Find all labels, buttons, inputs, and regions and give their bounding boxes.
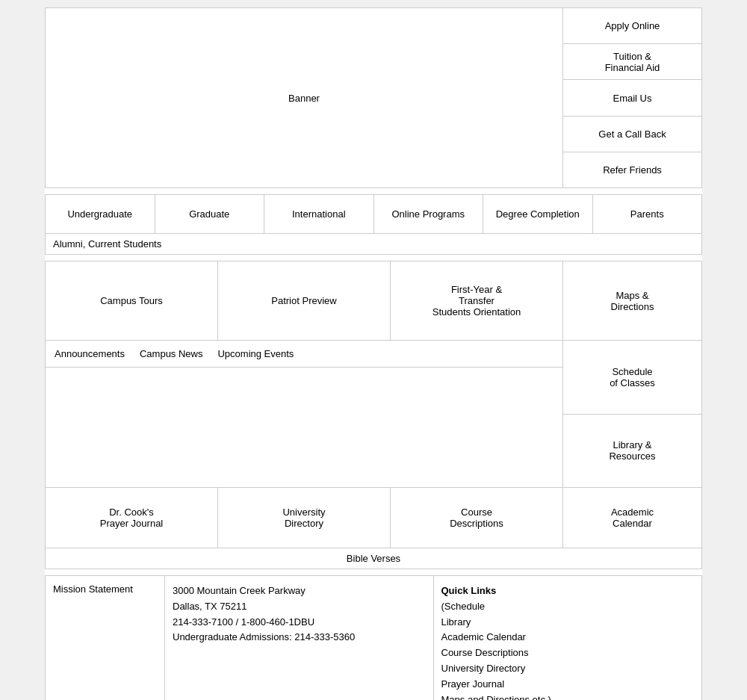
cell-schedule-of-classes[interactable]: Scheduleof Classes xyxy=(563,341,701,415)
main-row1: Campus Tours Patriot Preview First-Year … xyxy=(46,261,701,341)
footer-mission: Mission Statement xyxy=(46,576,165,700)
campus-news-link[interactable]: Campus News xyxy=(140,348,203,359)
bible-verses: Bible Verses xyxy=(46,548,701,569)
cell-library-resources[interactable]: Library &Resources xyxy=(563,415,701,488)
footer-quicklinks: Quick Links (Schedule Library Academic C… xyxy=(434,576,702,700)
cell-prayer-journal[interactable]: Dr. Cook'sPrayer Journal xyxy=(46,488,218,548)
address-line-3: 214-333-7100 / 1-800-460-1DBU xyxy=(173,615,426,631)
banner-label: Banner xyxy=(288,93,320,104)
quicklink-3[interactable]: Academic Calendar xyxy=(441,630,695,645)
banner-area: Banner xyxy=(46,8,563,188)
announcements-content xyxy=(46,368,562,487)
quicklinks-title: Quick Links xyxy=(441,583,695,599)
tab-undergraduate[interactable]: Undergraduate xyxy=(46,195,155,233)
tab-graduate[interactable]: Graduate xyxy=(155,195,265,233)
address-line-2: Dallas, TX 75211 xyxy=(173,599,426,615)
quicklink-6[interactable]: Prayer Journal xyxy=(441,677,695,693)
tab-international[interactable]: International xyxy=(264,195,374,233)
main-row2-left: Announcements Campus News Upcoming Event… xyxy=(46,341,563,487)
nav-email-us[interactable]: Email Us xyxy=(563,80,701,116)
main-row3-left: Dr. Cook'sPrayer Journal UniversityDirec… xyxy=(46,488,563,548)
banner-right-nav: Apply Online Tuition &Financial Aid Emai… xyxy=(563,8,701,188)
tab-online-programs[interactable]: Online Programs xyxy=(374,195,484,233)
footer-info: Mission Statement 3000 Mountain Creek Pa… xyxy=(45,575,702,700)
announcements-bar: Announcements Campus News Upcoming Event… xyxy=(46,341,562,368)
nav-tabs-row: Undergraduate Graduate International Onl… xyxy=(46,195,701,234)
section-nav: Undergraduate Graduate International Onl… xyxy=(45,194,702,255)
nav-call-back[interactable]: Get a Call Back xyxy=(563,117,701,152)
quicklink-1[interactable]: (Schedule xyxy=(441,599,695,615)
quicklink-5[interactable]: University Directory xyxy=(441,661,695,677)
nav-sub: Alumni, Current Students xyxy=(46,234,701,254)
quicklink-2[interactable]: Library xyxy=(441,615,695,631)
main-row2: Announcements Campus News Upcoming Event… xyxy=(46,341,701,487)
main-row1-left: Campus Tours Patriot Preview First-Year … xyxy=(46,261,563,340)
quicklink-4[interactable]: Course Descriptions xyxy=(441,645,695,661)
section-main: Campus Tours Patriot Preview First-Year … xyxy=(45,261,702,569)
cell-academic-calendar[interactable]: AcademicCalendar xyxy=(563,488,701,548)
quicklink-7[interactable]: Maps and Directions etc.) xyxy=(441,693,695,700)
cell-maps-directions[interactable]: Maps &Directions xyxy=(563,261,701,340)
address-line-1: 3000 Mountain Creek Parkway xyxy=(173,583,426,599)
main-row3: Dr. Cook'sPrayer Journal UniversityDirec… xyxy=(46,487,701,548)
tab-degree-completion[interactable]: Degree Completion xyxy=(483,195,593,233)
footer-address: 3000 Mountain Creek Parkway Dallas, TX 7… xyxy=(165,576,434,700)
nav-tuition-financial-aid[interactable]: Tuition &Financial Aid xyxy=(563,44,701,80)
cell-first-year-orientation[interactable]: First-Year &TransferStudents Orientation xyxy=(391,261,562,340)
page-wrapper: Banner Apply Online Tuition &Financial A… xyxy=(45,7,702,700)
tab-parents[interactable]: Parents xyxy=(593,195,702,233)
upcoming-events-link[interactable]: Upcoming Events xyxy=(217,348,294,359)
cell-patriot-preview[interactable]: Patriot Preview xyxy=(218,261,391,340)
nav-apply-online[interactable]: Apply Online xyxy=(563,8,701,44)
nav-refer-friends[interactable]: Refer Friends xyxy=(563,152,701,188)
cell-university-directory[interactable]: UniversityDirectory xyxy=(218,488,391,548)
section-banner: Banner Apply Online Tuition &Financial A… xyxy=(45,7,702,188)
main-row2-right: Scheduleof Classes Library &Resources xyxy=(563,341,701,487)
cell-campus-tours[interactable]: Campus Tours xyxy=(46,261,218,340)
address-line-4: Undergraduate Admissions: 214-333-5360 xyxy=(173,630,426,645)
cell-course-descriptions[interactable]: CourseDescriptions xyxy=(391,488,562,548)
announcements-link[interactable]: Announcements xyxy=(55,348,125,359)
